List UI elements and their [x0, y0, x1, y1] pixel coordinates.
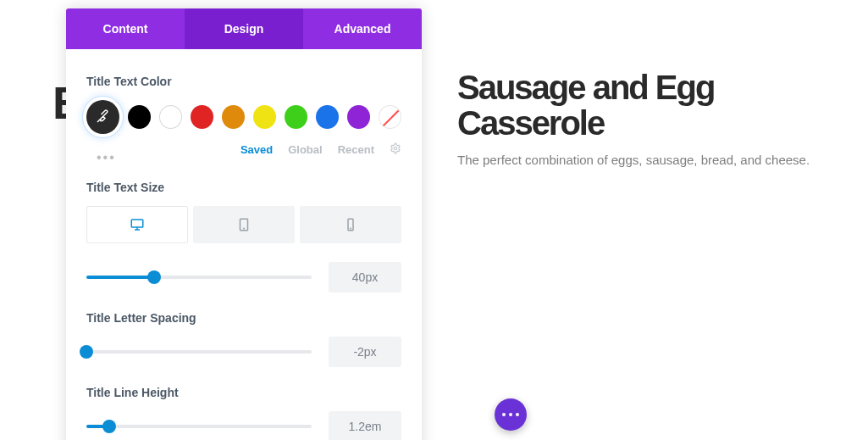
palette-tab-bar: Saved Global Recent	[240, 142, 401, 157]
device-phone[interactable]	[300, 206, 401, 243]
tab-design[interactable]: Design	[185, 8, 303, 49]
swatch-clear[interactable]	[379, 105, 401, 129]
tab-bar: Content Design Advanced	[66, 8, 422, 49]
palette-tab-recent[interactable]: Recent	[338, 143, 374, 156]
swatch-yellow[interactable]	[253, 105, 276, 129]
title-size-label: Title Text Size	[86, 181, 401, 194]
title-color-label: Title Text Color	[86, 75, 401, 88]
letter-spacing-slider[interactable]	[86, 350, 312, 354]
swatch-purple[interactable]	[347, 105, 370, 129]
swatch-red[interactable]	[191, 105, 213, 129]
letter-spacing-value[interactable]: -2px	[329, 337, 401, 367]
swatch-white[interactable]	[159, 105, 182, 129]
device-desktop[interactable]	[86, 206, 188, 243]
swatch-green[interactable]	[285, 105, 307, 129]
title-size-slider[interactable]	[86, 276, 312, 279]
device-tablet[interactable]	[193, 206, 295, 243]
title-size-slider-row: 40px	[86, 262, 401, 292]
title-size-value[interactable]: 40px	[329, 262, 401, 292]
settings-panel: Content Design Advanced Title Text Color…	[66, 8, 422, 440]
palette-tab-saved[interactable]: Saved	[240, 143, 273, 156]
line-height-slider[interactable]	[86, 425, 312, 428]
palette-tab-global[interactable]: Global	[288, 143, 322, 156]
fab-more[interactable]	[495, 398, 527, 431]
svg-point-5	[351, 228, 351, 229]
more-dots-icon[interactable]: •••	[97, 150, 116, 165]
tab-advanced[interactable]: Advanced	[303, 8, 422, 49]
preview-pane: Sausage and Egg Casserole The perfect co…	[457, 70, 868, 167]
line-height-label: Title Line Height	[86, 386, 401, 399]
device-segmented	[86, 206, 401, 243]
tab-content[interactable]: Content	[66, 8, 185, 49]
gear-icon[interactable]	[390, 142, 401, 157]
swatch-black[interactable]	[128, 105, 151, 129]
letter-spacing-label: Title Letter Spacing	[86, 311, 401, 325]
color-swatch-row	[86, 100, 401, 134]
preview-title: Sausage and Egg Casserole	[457, 70, 868, 141]
line-height-slider-row: 1.2em	[86, 411, 401, 440]
svg-rect-1	[131, 220, 143, 227]
line-height-value[interactable]: 1.2em	[329, 411, 401, 440]
letter-spacing-slider-row: -2px	[86, 337, 401, 367]
svg-point-3	[244, 228, 245, 229]
swatch-orange[interactable]	[222, 105, 245, 129]
svg-point-0	[394, 147, 397, 150]
eyedropper-swatch[interactable]	[86, 100, 119, 134]
preview-subtitle: The perfect combination of eggs, sausage…	[457, 153, 868, 167]
swatch-blue[interactable]	[316, 105, 339, 129]
